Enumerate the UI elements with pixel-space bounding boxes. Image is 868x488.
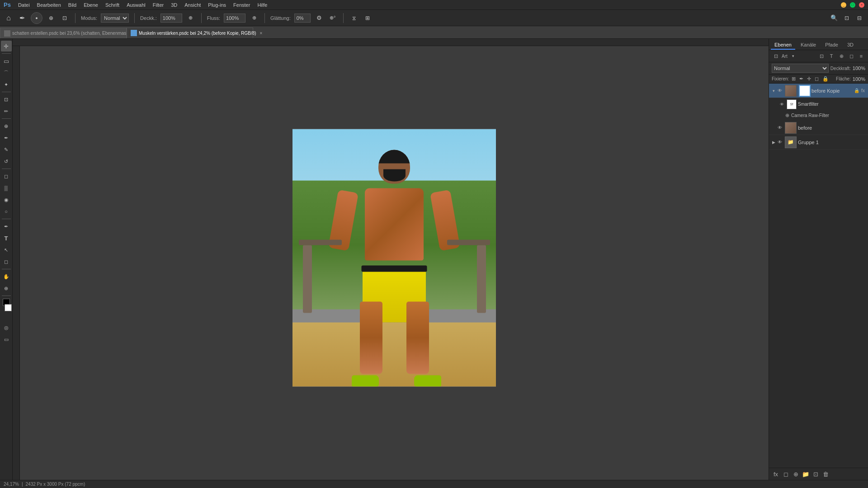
tool-blur[interactable]: ◉ bbox=[1, 194, 12, 205]
menu-hilfe[interactable]: Hilfe bbox=[257, 2, 267, 8]
tool-gradient[interactable]: ▒ bbox=[1, 183, 12, 193]
tool-quick-mask[interactable]: ◎ bbox=[1, 322, 12, 333]
tool-sep-2 bbox=[2, 92, 11, 92]
tool-shape[interactable]: ◻ bbox=[1, 256, 12, 267]
add-layer-button[interactable]: ⊡ bbox=[811, 470, 820, 478]
tool-magic-wand[interactable]: ✦ bbox=[1, 79, 12, 90]
mode-dropdown[interactable]: Normal bbox=[101, 14, 129, 23]
add-adjustment-button[interactable]: ⊕ bbox=[792, 470, 800, 478]
menu-datei[interactable]: Datei bbox=[18, 2, 30, 8]
menu-auswahl[interactable]: Auswahl bbox=[127, 2, 146, 8]
fluss-pressure-icon[interactable]: ⊕ bbox=[249, 13, 259, 23]
tool-screen-mode[interactable]: ▭ bbox=[1, 334, 12, 345]
layer-visibility-before[interactable]: 👁 bbox=[776, 124, 783, 131]
tool-path-select[interactable]: ↖ bbox=[1, 244, 12, 255]
panel-tab-ebenen[interactable]: Ebenen bbox=[771, 41, 795, 50]
minimize-button[interactable]: _ bbox=[841, 2, 846, 8]
lock-transparent-icon[interactable]: ⊞ bbox=[792, 76, 796, 82]
tool-hand[interactable]: ✋ bbox=[1, 271, 12, 282]
tool-dodge[interactable]: ○ bbox=[1, 206, 12, 217]
zoom-fit-icon[interactable]: ⊡ bbox=[842, 13, 852, 23]
tab-schatten[interactable]: schatten erstellen.psdc bei 23,6% (schat… bbox=[0, 28, 127, 38]
glattung-input[interactable] bbox=[294, 14, 311, 23]
menu-ebene[interactable]: Ebene bbox=[84, 2, 98, 8]
layer-camera-raw[interactable]: ⊕ Camera Raw-Filter bbox=[769, 111, 868, 121]
menu-bearbeiten[interactable]: Bearbeiten bbox=[37, 2, 61, 8]
menu-bild[interactable]: Bild bbox=[68, 2, 76, 8]
menu-schrift[interactable]: Schrift bbox=[105, 2, 119, 8]
add-group-button[interactable]: 📁 bbox=[802, 470, 810, 478]
tool-lasso[interactable]: ⌒ bbox=[1, 67, 12, 78]
art-dropdown-arrow[interactable]: ▾ bbox=[789, 52, 797, 60]
background-color[interactable] bbox=[5, 304, 12, 311]
tab-close-2[interactable]: × bbox=[260, 31, 263, 36]
canvas-scroll[interactable] bbox=[20, 46, 769, 480]
menu-3d[interactable]: 3D bbox=[171, 2, 177, 8]
extra-icon[interactable]: ⊞ bbox=[363, 13, 373, 23]
fluss-input[interactable] bbox=[224, 14, 245, 23]
tool-zoom[interactable]: ⊕ bbox=[1, 283, 12, 294]
brush-preset-icon[interactable]: ● bbox=[31, 12, 42, 24]
layer-before[interactable]: ▾ 👁 before bbox=[769, 121, 868, 135]
symmetry-icon[interactable]: ⧖ bbox=[349, 13, 359, 23]
tool-pen[interactable]: ✒ bbox=[1, 221, 12, 232]
layer-more-icon[interactable]: ≡ bbox=[857, 52, 865, 60]
lock-brush-icon[interactable]: ✒ bbox=[799, 76, 803, 82]
layer-fx-before-kopie[interactable]: fx bbox=[860, 88, 866, 94]
deckkraft-pressure-icon[interactable]: ⊕ bbox=[186, 13, 196, 23]
delete-layer-button[interactable]: 🗑 bbox=[821, 470, 830, 478]
menu-fenster[interactable]: Fenster bbox=[233, 2, 250, 8]
panel-tab-3d[interactable]: 3D bbox=[844, 41, 857, 50]
lock-artboard-icon[interactable]: ◻ bbox=[815, 76, 819, 82]
layer-fx-icon[interactable]: ⊕ bbox=[837, 52, 845, 60]
blend-mode-dropdown[interactable]: Normal bbox=[772, 64, 829, 73]
tool-spot-heal[interactable]: ⊕ bbox=[1, 121, 12, 131]
menu-plugins[interactable]: Plug-ins bbox=[208, 2, 226, 8]
layer-visibility-gruppe1[interactable]: 👁 bbox=[776, 139, 783, 146]
lock-position-icon[interactable]: ✛ bbox=[807, 76, 811, 82]
brush-options-icon[interactable]: ⊕ bbox=[46, 13, 56, 23]
layer-expand-gruppe1[interactable]: ▶ bbox=[771, 140, 776, 145]
tool-history-brush[interactable]: ↺ bbox=[1, 156, 12, 167]
lock-all-icon[interactable]: 🔒 bbox=[822, 76, 829, 82]
layer-mask-icon[interactable]: ◻ bbox=[847, 52, 855, 60]
panel-tab-pfade[interactable]: Pfade bbox=[821, 41, 842, 50]
layer-view-icon[interactable]: ⊡ bbox=[817, 52, 826, 60]
layer-visibility-smartfilter[interactable]: 👁 bbox=[778, 101, 785, 108]
add-fx-button[interactable]: fx bbox=[772, 470, 780, 478]
add-mask-button[interactable]: ◻ bbox=[782, 470, 790, 478]
filter-icon[interactable]: ⊡ bbox=[772, 52, 780, 60]
layer-lock-before-kopie[interactable]: 🔒 bbox=[854, 88, 860, 94]
layer-gruppe1[interactable]: ▶ 👁 📁 Gruppe 1 bbox=[769, 135, 868, 150]
tool-clone[interactable]: ✎ bbox=[1, 144, 12, 155]
tool-text[interactable]: T bbox=[1, 233, 12, 244]
search-icon[interactable]: 🔍 bbox=[829, 13, 839, 23]
maximize-button[interactable]: □ bbox=[850, 2, 855, 8]
menu-ansicht[interactable]: Ansicht bbox=[184, 2, 201, 8]
tool-move[interactable]: ✛ bbox=[1, 41, 12, 52]
tool-eyedropper[interactable]: ✏ bbox=[1, 106, 12, 117]
zoom-level: 24,17% bbox=[4, 482, 19, 487]
angle-icon[interactable]: ⊕° bbox=[328, 13, 338, 23]
deckkraft-panel-value[interactable]: 100% bbox=[853, 66, 865, 71]
menu-filter[interactable]: Filter bbox=[153, 2, 164, 8]
panel-tab-kanaele[interactable]: Kanäle bbox=[797, 41, 820, 50]
layer-smartfilter[interactable]: 👁 Sf Smartfilter bbox=[769, 98, 868, 111]
layer-expand-before-kopie[interactable]: ▾ bbox=[771, 88, 776, 94]
brush-tool-icon[interactable]: ✒ bbox=[17, 13, 27, 23]
layer-text-icon[interactable]: T bbox=[827, 52, 835, 60]
close-button[interactable]: × bbox=[859, 2, 864, 8]
flaeche-value[interactable]: 100% bbox=[853, 76, 865, 82]
layer-visibility-before-kopie[interactable]: 👁 bbox=[776, 87, 783, 94]
tool-brush[interactable]: ✒ bbox=[1, 132, 12, 143]
glattung-settings-icon[interactable]: ⚙ bbox=[314, 13, 324, 23]
tool-crop[interactable]: ⊡ bbox=[1, 94, 12, 105]
layer-before-kopie[interactable]: ▾ 👁 before Kopie 🔒 fx bbox=[769, 84, 868, 98]
deckkraft-input[interactable] bbox=[160, 14, 182, 23]
arrange-icon[interactable]: ⊟ bbox=[854, 13, 864, 23]
tool-eraser[interactable]: ◻ bbox=[1, 171, 12, 182]
tab-muskeln[interactable]: Muskeln verstärken.psdc bei 24,2% (befor… bbox=[127, 28, 253, 38]
home-button[interactable]: ⌂ bbox=[4, 13, 14, 23]
brush-settings-icon[interactable]: ⊡ bbox=[60, 13, 70, 23]
tool-select-rect[interactable]: ▭ bbox=[1, 56, 12, 66]
